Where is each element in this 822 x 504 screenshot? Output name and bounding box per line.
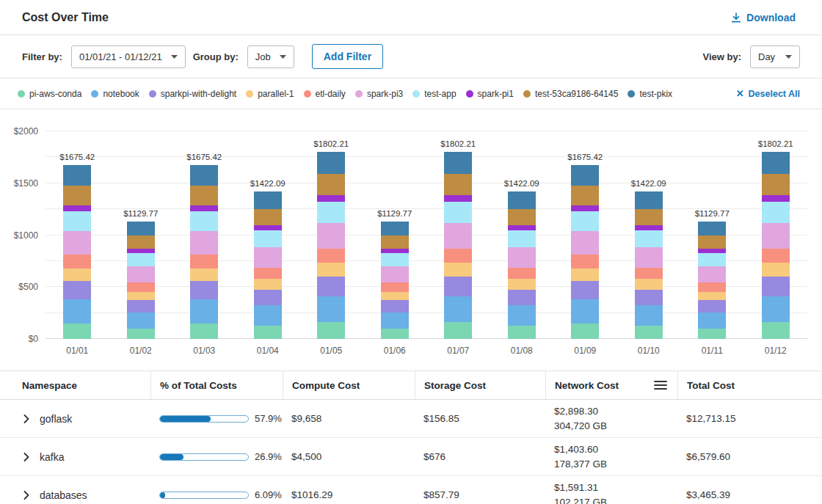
bar-segment-etl-daily[interactable] — [254, 268, 282, 280]
bar-segment-test-app[interactable] — [508, 230, 536, 247]
bar-segment-etl-daily[interactable] — [508, 268, 536, 280]
group-by-dropdown[interactable]: Job — [247, 45, 294, 68]
bar-segment-sparkpi-with-delight[interactable] — [508, 290, 536, 306]
bar-segment-test-53ca9186-64145[interactable] — [381, 235, 409, 249]
bar-segment-sparkpi-with-delight[interactable] — [444, 277, 472, 297]
legend-item-etl-daily[interactable]: etl-daily — [304, 89, 346, 99]
bar-segment-pi-aws-conda[interactable] — [571, 324, 599, 339]
bar-segment-sparkpi-with-delight[interactable] — [635, 290, 663, 306]
bar-segment-test-53ca9186-64145[interactable] — [127, 235, 155, 249]
bar-segment-test-pkix[interactable] — [571, 165, 599, 186]
bar-segment-parallel-1[interactable] — [571, 269, 599, 281]
bar-segment-test-app[interactable] — [127, 253, 155, 266]
bar-segment-etl-daily[interactable] — [635, 268, 663, 280]
bar-segment-test-app[interactable] — [317, 202, 345, 223]
bar-segment-parallel-1[interactable] — [63, 269, 91, 281]
bar-segment-spark-pi3[interactable] — [508, 247, 536, 268]
bar-stack[interactable] — [254, 191, 282, 339]
bar-segment-pi-aws-conda[interactable] — [381, 329, 409, 339]
bar-segment-pi-aws-conda[interactable] — [63, 324, 91, 339]
legend-item-spark-pi1[interactable]: spark-pi1 — [466, 89, 514, 99]
bar-segment-spark-pi3[interactable] — [317, 223, 345, 249]
bar-segment-spark-pi1[interactable] — [254, 225, 282, 230]
bar-segment-parallel-1[interactable] — [317, 263, 345, 276]
bar-segment-spark-pi3[interactable] — [254, 247, 282, 268]
bar-segment-spark-pi3[interactable] — [698, 266, 726, 282]
bar-segment-spark-pi3[interactable] — [444, 223, 472, 249]
bar-segment-test-pkix[interactable] — [762, 152, 790, 175]
bar-stack[interactable] — [635, 191, 663, 339]
bar-stack[interactable] — [127, 222, 155, 339]
bar-segment-notebook[interactable] — [254, 305, 282, 326]
bar-segment-test-pkix[interactable] — [254, 191, 282, 209]
bar-segment-etl-daily[interactable] — [63, 255, 91, 268]
bar-segment-spark-pi1[interactable] — [508, 225, 536, 230]
bar-segment-notebook[interactable] — [444, 296, 472, 322]
bar-segment-spark-pi3[interactable] — [571, 231, 599, 255]
bar-segment-etl-daily[interactable] — [444, 249, 472, 263]
bar-segment-pi-aws-conda[interactable] — [698, 329, 726, 339]
bar-segment-test-pkix[interactable] — [317, 152, 345, 175]
bar-segment-notebook[interactable] — [63, 299, 91, 324]
bar-segment-test-pkix[interactable] — [127, 222, 155, 235]
bar-segment-test-app[interactable] — [63, 211, 91, 231]
bar-segment-notebook[interactable] — [127, 313, 155, 329]
bar-segment-sparkpi-with-delight[interactable] — [254, 290, 282, 306]
bar-segment-test-53ca9186-64145[interactable] — [762, 174, 790, 194]
bar-segment-test-53ca9186-64145[interactable] — [635, 209, 663, 225]
bar-segment-test-pkix[interactable] — [508, 191, 536, 209]
bar-segment-test-53ca9186-64145[interactable] — [508, 209, 536, 225]
bar-segment-spark-pi3[interactable] — [635, 247, 663, 268]
legend-item-notebook[interactable]: notebook — [91, 89, 139, 99]
bar-segment-test-53ca9186-64145[interactable] — [317, 174, 345, 194]
bar-segment-parallel-1[interactable] — [508, 279, 536, 289]
column-header-network-cost[interactable]: Network Cost — [545, 371, 677, 399]
bar-segment-pi-aws-conda[interactable] — [317, 322, 345, 339]
bar-segment-test-53ca9186-64145[interactable] — [63, 186, 91, 205]
bar-stack[interactable] — [698, 222, 726, 339]
bar-segment-sparkpi-with-delight[interactable] — [698, 300, 726, 313]
bar-segment-parallel-1[interactable] — [254, 279, 282, 289]
column-header-percent-of-total[interactable]: % of Total Costs — [150, 371, 283, 399]
legend-item-pi-aws-conda[interactable]: pi-aws-conda — [18, 89, 81, 99]
bar-segment-parallel-1[interactable] — [190, 269, 218, 281]
bar-segment-spark-pi3[interactable] — [190, 231, 218, 255]
bar-stack[interactable] — [63, 165, 91, 339]
column-header-compute-cost[interactable]: Compute Cost — [283, 371, 415, 399]
bar-segment-test-53ca9186-64145[interactable] — [444, 174, 472, 194]
expand-chevron-icon[interactable] — [22, 489, 31, 501]
download-button[interactable]: Download — [727, 11, 800, 24]
bar-stack[interactable] — [508, 191, 536, 339]
bar-segment-test-pkix[interactable] — [381, 222, 409, 235]
legend-item-sparkpi-with-delight[interactable]: sparkpi-with-delight — [149, 89, 236, 99]
bar-segment-test-app[interactable] — [254, 230, 282, 247]
bar-segment-notebook[interactable] — [317, 296, 345, 322]
bar-segment-spark-pi1[interactable] — [635, 225, 663, 230]
column-header-namespace[interactable]: Namespace — [0, 371, 150, 399]
bar-segment-test-app[interactable] — [762, 202, 790, 223]
date-range-dropdown[interactable]: 01/01/21 - 01/12/21 — [71, 45, 186, 68]
bar-segment-etl-daily[interactable] — [698, 282, 726, 292]
view-by-dropdown[interactable]: Day — [750, 45, 800, 68]
deselect-all-button[interactable]: ✕ Deselect All — [732, 87, 804, 100]
legend-item-test-app[interactable]: test-app — [412, 89, 456, 99]
bar-segment-spark-pi3[interactable] — [381, 266, 409, 282]
bar-segment-notebook[interactable] — [381, 313, 409, 329]
bar-segment-spark-pi3[interactable] — [762, 223, 790, 249]
bar-segment-parallel-1[interactable] — [698, 292, 726, 300]
bar-stack[interactable] — [381, 222, 409, 339]
bar-segment-test-53ca9186-64145[interactable] — [571, 186, 599, 205]
bar-segment-parallel-1[interactable] — [635, 279, 663, 289]
bar-segment-etl-daily[interactable] — [190, 255, 218, 268]
add-filter-button[interactable]: Add Filter — [312, 44, 383, 69]
bar-segment-test-app[interactable] — [571, 211, 599, 231]
bar-segment-test-app[interactable] — [444, 202, 472, 223]
bar-stack[interactable] — [190, 165, 218, 339]
bar-segment-spark-pi1[interactable] — [444, 195, 472, 202]
bar-segment-test-53ca9186-64145[interactable] — [190, 186, 218, 205]
legend-item-parallel-1[interactable]: parallel-1 — [246, 89, 294, 99]
legend-item-test-53ca9186-64145[interactable]: test-53ca9186-64145 — [523, 89, 618, 99]
legend-item-spark-pi3[interactable]: spark-pi3 — [355, 89, 403, 99]
bar-segment-test-app[interactable] — [635, 230, 663, 247]
bar-segment-etl-daily[interactable] — [127, 282, 155, 292]
